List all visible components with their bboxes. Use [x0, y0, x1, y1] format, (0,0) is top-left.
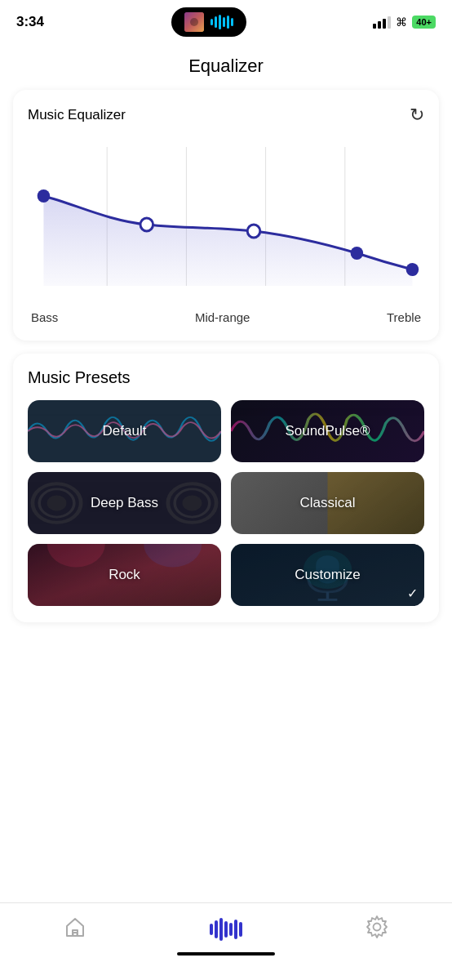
eq-labels: Bass Mid-range Treble — [28, 310, 424, 324]
preset-customize-checkmark: ✓ — [407, 586, 418, 601]
bottom-nav — [0, 902, 452, 980]
nav-item-settings[interactable] — [357, 913, 397, 946]
nav-item-home[interactable] — [55, 913, 95, 946]
svg-point-7 — [140, 218, 153, 231]
preset-rock-label: Rock — [28, 544, 221, 606]
home-icon — [63, 915, 87, 945]
nav-item-equalizer[interactable] — [206, 913, 246, 946]
presets-card: Music Presets Default — [13, 354, 439, 622]
page-title: Equalizer — [0, 56, 452, 77]
eq-chart[interactable] — [28, 139, 424, 302]
soundwave-icon — [210, 15, 233, 29]
album-art — [184, 12, 204, 32]
wifi-icon: ⌘ — [396, 16, 407, 29]
preset-deepbass[interactable]: Deep Bass — [28, 472, 221, 534]
svg-point-27 — [373, 923, 380, 930]
svg-point-8 — [247, 225, 260, 238]
status-bar: 3:34 — [0, 0, 452, 41]
eq-label-midrange: Mid-range — [195, 310, 250, 324]
preset-classical-label: Classical — [231, 472, 424, 534]
eq-header: Music Equalizer ↻ — [28, 105, 424, 126]
preset-customize-label: Customize — [231, 544, 424, 606]
eq-title: Music Equalizer — [28, 107, 126, 123]
signal-icon — [373, 16, 391, 29]
bottom-nav-items — [0, 913, 452, 946]
equalizer-card: Music Equalizer ↻ — [13, 90, 439, 341]
presets-title: Music Presets — [28, 368, 424, 387]
svg-point-9 — [351, 247, 364, 260]
presets-grid: Default Soun — [28, 400, 424, 606]
equalizer-icon — [210, 918, 242, 941]
preset-deepbass-label: Deep Bass — [28, 472, 221, 534]
preset-default-label: Default — [28, 400, 221, 462]
preset-default[interactable]: Default — [28, 400, 221, 462]
svg-point-1 — [190, 18, 198, 26]
eq-label-bass: Bass — [31, 310, 58, 324]
preset-soundpulse-label: SoundPulse® — [231, 400, 424, 462]
preset-classical[interactable]: Classical — [231, 472, 424, 534]
home-indicator — [177, 952, 275, 956]
svg-rect-26 — [73, 933, 78, 936]
preset-customize[interactable]: Customize ✓ — [231, 544, 424, 606]
svg-point-10 — [406, 263, 419, 276]
now-playing-pill[interactable] — [171, 7, 246, 37]
preset-soundpulse[interactable]: SoundPulse® — [231, 400, 424, 462]
status-time: 3:34 — [16, 14, 44, 30]
eq-label-treble: Treble — [387, 310, 421, 324]
preset-rock[interactable]: Rock — [28, 544, 221, 606]
svg-point-6 — [38, 189, 51, 203]
battery-badge: 40+ — [412, 16, 436, 29]
status-right-icons: ⌘ 40+ — [373, 16, 436, 29]
settings-icon — [365, 915, 389, 945]
refresh-icon[interactable]: ↻ — [410, 105, 424, 126]
